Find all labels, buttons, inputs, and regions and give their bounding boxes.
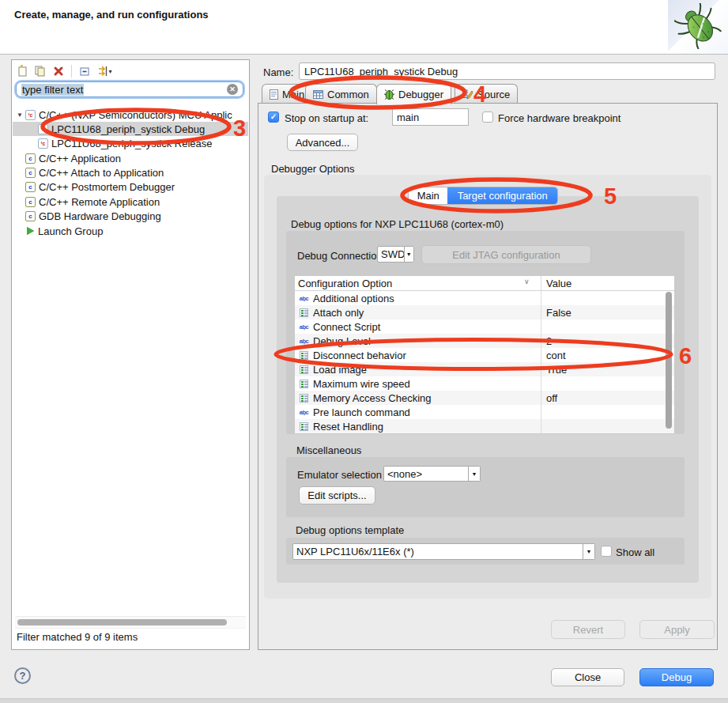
option-name: Maximum wire speed	[313, 378, 410, 390]
tree-item-cpp-postmortem[interactable]: c C/C++ Postmortem Debugger	[13, 180, 248, 194]
close-label: Close	[575, 671, 601, 683]
table-row-maximum-wire-speed[interactable]: Maximum wire speed	[295, 376, 674, 391]
revert-button[interactable]: Revert	[551, 620, 625, 639]
debug-connection-select[interactable]: SWD ▼	[377, 246, 414, 263]
document-icon	[270, 89, 278, 100]
tab-debugger[interactable]: Debugger	[376, 84, 451, 104]
segment-target-configuration[interactable]: Target configuration	[447, 187, 557, 204]
enum-option-icon	[298, 351, 310, 360]
tree-item-label: C/C++ Remote Application	[39, 196, 160, 208]
edit-scripts-button[interactable]: Edit scripts...	[299, 486, 375, 505]
emulator-selection-value: <none>	[384, 468, 468, 480]
tree-item-launch-group[interactable]: Launch Group	[13, 224, 248, 238]
delete-configuration-button[interactable]	[51, 64, 66, 78]
scrollbar-thumb[interactable]	[17, 619, 227, 626]
c-application-icon: c	[25, 182, 36, 192]
table-row-load-image[interactable]: Load image True	[295, 362, 674, 376]
filter-launch-configurations-button[interactable]: ▾	[96, 64, 115, 78]
filter-input-value: type filter text	[21, 84, 84, 96]
enum-option-icon	[298, 394, 310, 403]
table-vertical-scrollbar[interactable]	[665, 292, 673, 429]
tab-label: Debugger	[398, 89, 443, 100]
option-name: Pre launch command	[313, 406, 410, 418]
toolbar-menu-arrow-icon: ▾	[108, 68, 111, 75]
dropdown-arrow-icon[interactable]: ▼	[404, 247, 413, 262]
name-input[interactable]: LPC11U68_periph_systick Debug	[299, 62, 715, 80]
segment-main[interactable]: Main	[409, 187, 447, 204]
clear-filter-icon[interactable]: ✕	[227, 84, 238, 95]
new-configuration-button[interactable]	[15, 64, 29, 78]
tab-source[interactable]: Source	[455, 84, 518, 104]
help-icon: ?	[20, 670, 26, 682]
template-select[interactable]: NXP LPC11U6x/11E6x (*) ▼	[292, 543, 595, 560]
option-value: off	[541, 392, 557, 404]
help-button[interactable]: ?	[14, 667, 31, 684]
source-tree-icon	[462, 89, 473, 100]
tab-common[interactable]: Common	[305, 84, 377, 104]
option-name: Load image	[313, 364, 367, 376]
enum-option-icon	[298, 308, 310, 317]
tree-item-cpp-attach[interactable]: c C/C++ Attach to Application	[13, 165, 248, 180]
scrollbar-thumb[interactable]	[666, 292, 672, 429]
filter-input[interactable]: type filter text ✕	[16, 81, 243, 97]
configurations-panel: ▾ type filter text ✕ ▼ ᶠc C/C++ (NXP Sem…	[11, 59, 250, 650]
stop-on-startup-label: Stop on startup at:	[285, 112, 368, 124]
tree-item-gdb-hardware[interactable]: c GDB Hardware Debugging	[13, 209, 248, 223]
option-value: cont	[541, 350, 566, 361]
emulator-selection-select[interactable]: <none> ▼	[383, 466, 481, 482]
collapse-all-button[interactable]	[77, 64, 92, 78]
tree-item-label: C/C++ Postmortem Debugger	[39, 181, 175, 193]
table-header[interactable]: Configuration Option ∨ Value	[295, 276, 674, 291]
column-divider[interactable]	[541, 276, 541, 290]
window-bottom-edge	[0, 698, 728, 703]
name-label: Name:	[263, 66, 293, 78]
show-all-checkbox[interactable]	[601, 546, 612, 557]
template-value: NXP LPC11U6x/11E6x (*)	[293, 546, 583, 557]
dialog-banner-image	[668, 0, 728, 54]
duplicate-configuration-button[interactable]	[33, 64, 47, 78]
tree-horizontal-scrollbar[interactable]	[15, 616, 246, 629]
table-row-connect-script[interactable]: Connect Script	[295, 319, 674, 334]
option-value: True	[541, 364, 567, 376]
tree-item-label: C/C++ Application	[39, 153, 121, 164]
apply-button[interactable]: Apply	[639, 620, 715, 639]
force-hw-breakpoint-label: Force hardware breakpoint	[498, 112, 620, 124]
dropdown-arrow-icon[interactable]: ▼	[468, 467, 480, 481]
tab-label: Source	[477, 89, 510, 100]
disclosure-triangle-icon[interactable]: ▼	[16, 111, 24, 119]
table-row-debug-level[interactable]: Debug Level 2	[295, 334, 674, 348]
miscellaneous-label: Miscellaneous	[296, 444, 361, 456]
debug-options-heading: Debug options for NXP LPC11U68 (cortex-m…	[291, 218, 504, 230]
option-value: False	[541, 307, 571, 319]
stop-on-startup-checkbox[interactable]: ✓	[268, 111, 279, 123]
tree-item-cpp-application[interactable]: c C/C++ Application	[13, 151, 248, 165]
advanced-button[interactable]: Advanced...	[287, 134, 358, 151]
column-header-value[interactable]: Value	[541, 278, 571, 289]
dialog-header: Create, manage, and run configurations	[0, 0, 728, 55]
tab-label: Common	[327, 89, 369, 100]
table-row-attach-only[interactable]: Attach only False	[295, 305, 674, 319]
option-value: 2	[541, 335, 552, 347]
table-row-reset-handling[interactable]: Reset Handling	[295, 419, 674, 433]
dropdown-arrow-icon[interactable]: ▼	[583, 544, 594, 559]
tree-item-label: LPC11U68_periph_systick Release	[51, 138, 213, 149]
tree-item-mcu-application-group[interactable]: ▼ ᶠc C/C++ (NXP Semiconductors) MCU Appl…	[13, 108, 248, 122]
table-icon	[313, 90, 323, 99]
table-row-memory-access-checking[interactable]: Memory Access Checking off	[295, 391, 674, 405]
table-row-additional-options[interactable]: Additional options	[295, 291, 674, 305]
column-header-option[interactable]: Configuration Option	[295, 278, 541, 289]
table-row-pre-launch-command[interactable]: Pre launch command	[295, 405, 674, 419]
enum-option-icon	[298, 365, 310, 374]
debug-button[interactable]: Debug	[639, 668, 714, 686]
debug-connection-label: Debug Connection	[297, 250, 383, 262]
tree-item-lpc11u68-debug[interactable]: ᶠc LPC11U68_periph_systick Debug	[13, 122, 248, 136]
close-button[interactable]: Close	[551, 668, 624, 686]
configuration-options-table: Configuration Option ∨ Value Additional …	[294, 275, 675, 432]
force-hw-breakpoint-checkbox[interactable]	[482, 111, 493, 123]
table-row-disconnect-behavior[interactable]: Disconnect behavior cont	[295, 348, 674, 362]
edit-jtag-configuration-button[interactable]: Edit JTAG configuration	[421, 245, 591, 264]
tree-item-lpc11u68-release[interactable]: ᶠc LPC11U68_periph_systick Release	[13, 136, 248, 150]
stop-address-input[interactable]: main	[392, 108, 469, 126]
tree-item-cpp-remote[interactable]: c C/C++ Remote Application	[13, 195, 248, 209]
revert-label: Revert	[573, 624, 603, 636]
